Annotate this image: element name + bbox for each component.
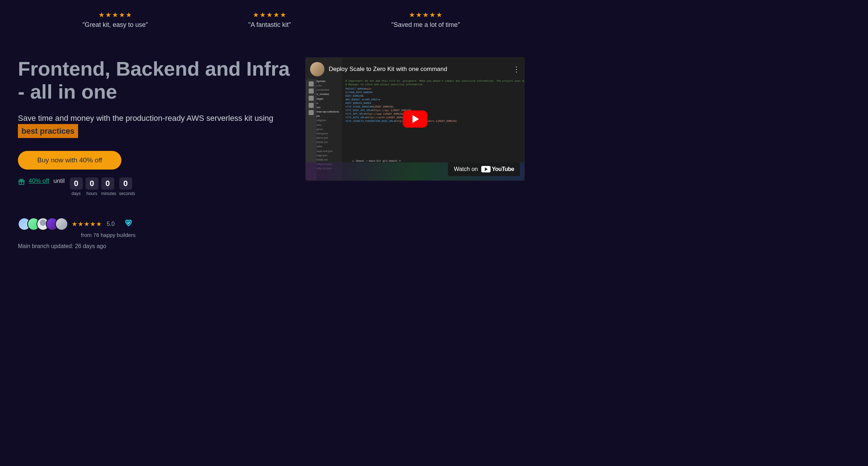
gift-icon — [18, 178, 25, 187]
star-rating: ★★★★★ — [249, 11, 291, 19]
updated-text: Main branch updated: 26 days ago — [18, 243, 291, 249]
star-rating: ★★★★★ — [391, 11, 460, 19]
video-embed[interactable]: config/main.env.dev.env.productionnode_m… — [305, 57, 525, 181]
heart-badge-icon — [125, 219, 132, 229]
days-value: 0 — [70, 177, 83, 190]
youtube-logo-icon: YouTube — [481, 166, 514, 172]
channel-avatar — [310, 62, 324, 76]
seconds-value: 0 — [119, 177, 132, 190]
testimonial-3: ★★★★★ "Saved me a lot of time" — [391, 11, 460, 29]
promo-link[interactable]: 40% off — [29, 177, 49, 185]
social-proof: ★★★★★ 5.0 from 76 happy builders Main br… — [18, 218, 291, 249]
buy-button[interactable]: Buy now with 40% off — [18, 151, 121, 170]
avatar-stack — [18, 218, 68, 230]
hero-subtitle: Save time and money with the production-… — [18, 112, 291, 138]
promo-row: 40% off until 0days 0hours 0minutes 0sec… — [18, 177, 291, 196]
testimonial-2: ★★★★★ "A fantastic kit" — [249, 11, 291, 29]
hero-title: Frontend, Backend and Infra - all in one — [18, 57, 291, 104]
video-title: Deploy Scale to Zero Kit with one comman… — [329, 66, 447, 73]
star-rating: ★★★★★ — [82, 11, 148, 19]
countdown: 0days 0hours 0minutes 0seconds — [70, 177, 135, 196]
watch-on-youtube[interactable]: Watch on YouTube — [448, 162, 520, 176]
rating-stars: ★★★★★ — [72, 220, 102, 228]
ide-terminal: ○ (base) → main-kit git:(main) ✗ — [352, 160, 401, 162]
builders-text: from 76 happy builders — [81, 232, 291, 238]
testimonial-quote: "A fantastic kit" — [249, 21, 291, 29]
star-icon: ★ — [98, 11, 105, 19]
hours-value: 0 — [86, 177, 98, 190]
testimonial-quote: "Saved me a lot of time" — [391, 21, 460, 29]
play-button[interactable] — [403, 110, 427, 128]
testimonial-1: ★★★★★ "Great kit, easy to use" — [82, 11, 148, 29]
rating-value: 5.0 — [107, 221, 115, 227]
highlight-badge: best practices — [18, 124, 78, 138]
kebab-icon[interactable]: ⋮ — [513, 65, 520, 73]
minutes-value: 0 — [101, 177, 114, 190]
testimonials-row: ★★★★★ "Great kit, easy to use" ★★★★★ "A … — [0, 0, 542, 29]
until-label: until — [53, 177, 64, 185]
testimonial-quote: "Great kit, easy to use" — [82, 21, 148, 29]
avatar — [55, 218, 68, 230]
